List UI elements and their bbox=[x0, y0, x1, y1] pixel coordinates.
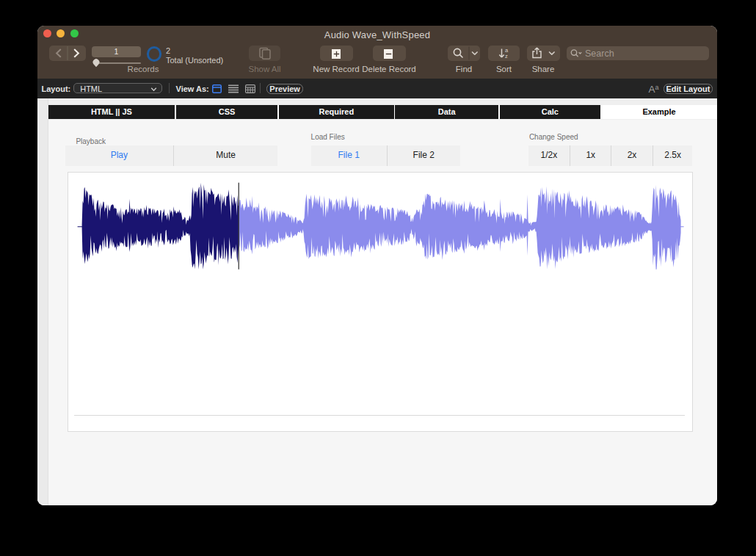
svg-text:z: z bbox=[505, 53, 508, 59]
